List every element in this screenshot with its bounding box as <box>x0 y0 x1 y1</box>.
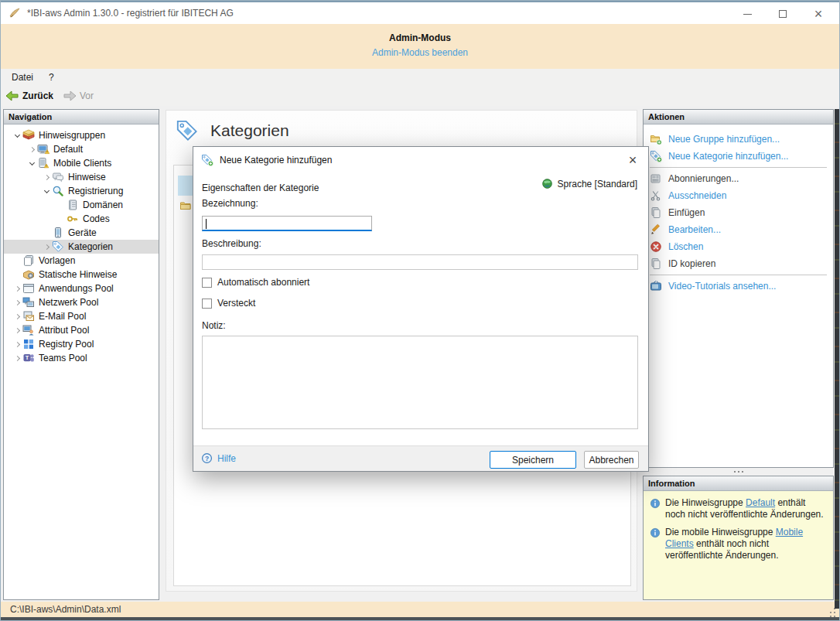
close-button[interactable]: × <box>801 2 836 26</box>
admin-mode-exit-link[interactable]: Admin-Modus beenden <box>372 47 468 58</box>
menu-help[interactable]: ? <box>41 69 62 86</box>
globe-icon <box>541 178 553 189</box>
text-caret <box>206 219 207 229</box>
paste-icon <box>650 206 662 219</box>
chevron-right-icon[interactable] <box>12 343 22 346</box>
language-selector[interactable]: Sprache [Standard] <box>541 178 637 189</box>
chevron-right-icon[interactable] <box>12 329 22 333</box>
static-notes-icon <box>22 268 35 281</box>
action-neue-kategorie[interactable]: Neue Kategorie hinzufügen... <box>644 148 833 165</box>
chevron-down-icon[interactable] <box>41 190 52 193</box>
notes-icon <box>52 171 64 183</box>
nav-item-geraete[interactable]: Geräte <box>4 226 159 240</box>
chevron-right-icon[interactable] <box>12 287 22 291</box>
navigation-panel: Navigation Hinweisgruppen Default Mobile… <box>3 109 159 600</box>
chevron-right-icon[interactable] <box>12 357 22 360</box>
chevron-down-icon[interactable] <box>26 162 37 165</box>
nav-item-statische-hinweise[interactable]: Statische Hinweise <box>4 268 159 281</box>
tag-plus-icon <box>201 154 213 166</box>
info-icon <box>650 498 661 509</box>
action-loeschen[interactable]: Löschen <box>644 238 833 255</box>
actions-header: Aktionen <box>644 110 833 125</box>
minimize-button[interactable] <box>729 2 765 26</box>
back-button[interactable]: Zurück <box>1 87 58 104</box>
teams-pool-icon: T <box>22 352 35 364</box>
actions-separator <box>650 275 827 275</box>
checkbox-icon[interactable] <box>202 299 212 309</box>
maximize-button[interactable] <box>765 2 801 26</box>
svg-text:T: T <box>26 354 29 361</box>
nav-item-netzwerk-pool[interactable]: Netzwerk Pool <box>4 295 159 309</box>
nav-item-registry-pool[interactable]: Registry Pool <box>4 337 159 351</box>
nav-item-mobile-clients[interactable]: Mobile Clients <box>4 156 159 170</box>
panel-splitter[interactable] <box>643 468 834 476</box>
nav-item-email-pool[interactable]: E-Mail Pool <box>4 309 159 323</box>
new-category-dialog: Neue Kategorie hinzufügen × Eigenschafte… <box>193 146 649 472</box>
maximize-icon <box>779 10 787 18</box>
notice-groups-icon <box>22 129 35 142</box>
resize-grip[interactable] <box>826 608 835 617</box>
checkbox-versteckt[interactable]: Versteckt <box>202 298 255 309</box>
email-pool-icon <box>22 310 35 322</box>
action-ausschneiden[interactable]: Ausschneiden <box>644 187 833 204</box>
nav-item-anwendungs-pool[interactable]: Anwendungs Pool <box>4 281 159 295</box>
key-icon <box>67 213 79 225</box>
action-neue-gruppe[interactable]: Neue Gruppe hinzufügen... <box>644 131 833 148</box>
admin-mode-title: Admin-Modus <box>1 32 839 43</box>
folder-plus-icon <box>650 133 662 145</box>
chevron-right-icon[interactable] <box>41 245 52 249</box>
nav-item-kategorien[interactable]: Kategorien <box>4 240 159 254</box>
dialog-footer: ? Hilfe <box>193 445 648 471</box>
bezeichnung-input[interactable] <box>202 216 372 231</box>
nav-item-default[interactable]: Default <box>4 142 159 156</box>
information-header: Information <box>644 476 833 491</box>
nav-item-registrierung[interactable]: Registrierung <box>4 184 159 198</box>
title-bar: *IBI-aws Admin 1.30.0 - registriert für … <box>1 1 839 24</box>
kategorien-page-icon <box>176 119 199 142</box>
action-einfuegen[interactable]: Einfügen <box>644 204 833 221</box>
nav-item-attribut-pool[interactable]: Attribut Pool <box>4 323 159 337</box>
templates-icon <box>22 254 35 267</box>
checkbox-icon[interactable] <box>202 278 212 288</box>
folder-icon <box>179 200 192 212</box>
nav-item-vorlagen[interactable]: Vorlagen <box>4 254 159 268</box>
info-item: Die mobile Hinweisgruppe Mobile Clients … <box>644 520 833 561</box>
beschreibung-input[interactable] <box>202 254 638 270</box>
newspaper-icon <box>650 172 662 185</box>
menu-bar: Datei ? <box>1 69 839 86</box>
forward-button[interactable]: Vor <box>58 87 98 104</box>
save-button[interactable]: Speichern <box>490 451 576 469</box>
device-icon <box>52 227 64 239</box>
chevron-right-icon[interactable] <box>12 301 22 305</box>
notiz-textarea[interactable] <box>202 336 638 429</box>
actions-separator <box>650 167 827 168</box>
chevron-down-icon[interactable] <box>12 135 22 137</box>
chevron-right-icon[interactable] <box>12 315 22 319</box>
nav-item-teams-pool[interactable]: T Teams Pool <box>4 351 159 365</box>
forward-arrow-icon <box>63 90 77 102</box>
nav-item-hinweise[interactable]: Hinweise <box>4 170 159 184</box>
dialog-close-button[interactable]: × <box>622 150 644 170</box>
nav-item-domaenen[interactable]: Domänen <box>4 198 159 212</box>
action-video-tutorials[interactable]: Video-Tutorials ansehen... <box>644 278 833 295</box>
delete-icon <box>650 241 662 253</box>
link-default[interactable]: Default <box>746 497 775 508</box>
tag-plus-icon <box>650 150 662 162</box>
back-arrow-icon <box>5 90 19 102</box>
action-abonnierungen[interactable]: Abonnierungen... <box>644 170 833 187</box>
nav-item-codes[interactable]: Codes <box>4 212 159 226</box>
chevron-right-icon[interactable] <box>41 176 52 179</box>
help-icon: ? <box>201 452 213 464</box>
beschreibung-label: Beschreibung: <box>202 238 261 249</box>
action-bearbeiten[interactable]: Bearbeiten... <box>644 221 833 238</box>
admin-mode-banner: Admin-Modus Admin-Modus beenden <box>1 24 839 69</box>
help-link[interactable]: ? Hilfe <box>201 452 236 464</box>
cancel-button[interactable]: Abbrechen <box>584 451 639 469</box>
checkbox-automatisch-abonniert[interactable]: Automatisch abonniert <box>202 277 309 288</box>
chevron-right-icon[interactable] <box>26 148 37 152</box>
nav-item-hinweisgruppen[interactable]: Hinweisgruppen <box>4 128 159 142</box>
action-id-kopieren[interactable]: ID kopieren <box>644 255 833 272</box>
statusbar-path: C:\IBI-aws\Admin\Data.xml <box>10 604 121 615</box>
app-logo-icon <box>9 7 21 19</box>
menu-datei[interactable]: Datei <box>4 69 41 86</box>
